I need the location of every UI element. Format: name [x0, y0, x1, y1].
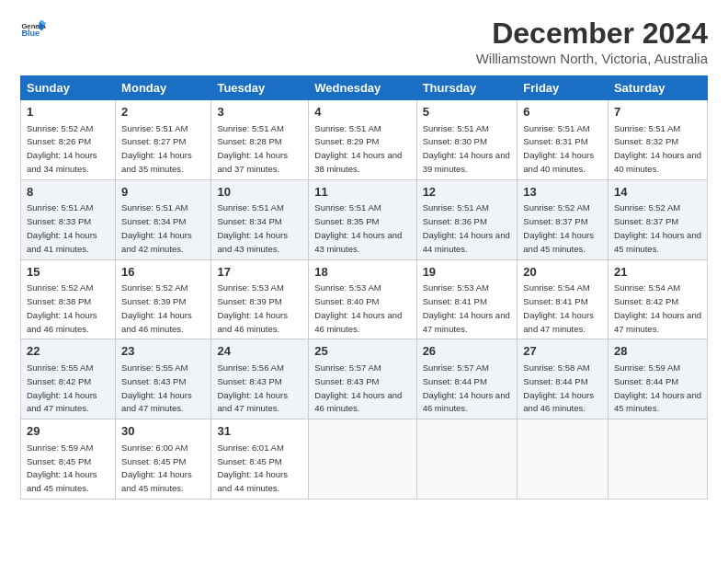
daylight-text: Daylight: 14 hours and 45 minutes.: [614, 390, 701, 414]
day-number: 6: [523, 104, 602, 121]
sunrise-text: Sunrise: 5:51 AM: [523, 123, 589, 133]
sunset-text: Sunset: 8:43 PM: [121, 376, 186, 386]
daylight-text: Daylight: 14 hours and 45 minutes.: [121, 469, 192, 493]
col-header-tuesday: Tuesday: [211, 76, 309, 100]
col-header-friday: Friday: [518, 76, 609, 100]
sunset-text: Sunset: 8:32 PM: [614, 136, 678, 146]
daylight-text: Daylight: 14 hours and 47 minutes.: [614, 310, 701, 334]
day-number: 1: [27, 104, 109, 121]
calendar-cell: [608, 419, 707, 500]
day-number: 8: [27, 184, 109, 201]
day-number: 3: [217, 104, 302, 121]
sunset-text: Sunset: 8:30 PM: [423, 136, 487, 146]
daylight-text: Daylight: 14 hours and 46 minutes.: [27, 310, 97, 334]
day-number: 12: [423, 184, 512, 201]
title-area: December 2024 Williamstown North, Victor…: [476, 17, 708, 66]
day-number: 24: [217, 343, 302, 360]
calendar-cell: 30Sunrise: 6:00 AMSunset: 8:45 PMDayligh…: [116, 419, 211, 500]
day-number: 11: [314, 184, 410, 201]
sunset-text: Sunset: 8:39 PM: [121, 296, 186, 306]
calendar-cell: 15Sunrise: 5:52 AMSunset: 8:38 PMDayligh…: [21, 259, 116, 339]
daylight-text: Daylight: 14 hours and 34 minutes.: [27, 150, 97, 174]
day-number: 10: [217, 184, 302, 201]
logo: General Blue: [20, 17, 46, 42]
day-number: 30: [121, 423, 205, 440]
day-number: 4: [314, 104, 410, 121]
daylight-text: Daylight: 14 hours and 41 minutes.: [27, 230, 97, 254]
sunrise-text: Sunrise: 5:51 AM: [217, 123, 283, 133]
sunset-text: Sunset: 8:45 PM: [27, 456, 91, 466]
sunrise-text: Sunrise: 5:52 AM: [27, 282, 93, 293]
calendar-cell: 12Sunrise: 5:51 AMSunset: 8:36 PMDayligh…: [416, 179, 518, 259]
calendar-cell: 31Sunrise: 6:01 AMSunset: 8:45 PMDayligh…: [211, 419, 309, 500]
calendar-cell: 17Sunrise: 5:53 AMSunset: 8:39 PMDayligh…: [211, 259, 309, 339]
sunset-text: Sunset: 8:31 PM: [523, 136, 587, 146]
col-header-sunday: Sunday: [21, 76, 116, 100]
sunset-text: Sunset: 8:37 PM: [614, 216, 678, 226]
day-number: 9: [121, 184, 205, 201]
day-number: 20: [523, 264, 602, 281]
calendar-cell: 13Sunrise: 5:52 AMSunset: 8:37 PMDayligh…: [518, 179, 609, 259]
sunset-text: Sunset: 8:33 PM: [27, 216, 91, 226]
calendar-cell: 8Sunrise: 5:51 AMSunset: 8:33 PMDaylight…: [21, 179, 116, 259]
daylight-text: Daylight: 14 hours and 38 minutes.: [314, 150, 402, 174]
sunset-text: Sunset: 8:42 PM: [27, 376, 91, 386]
calendar-cell: 22Sunrise: 5:55 AMSunset: 8:42 PMDayligh…: [21, 339, 116, 419]
sunrise-text: Sunrise: 5:51 AM: [423, 123, 489, 133]
calendar-cell: 24Sunrise: 5:56 AMSunset: 8:43 PMDayligh…: [211, 339, 309, 419]
day-number: 27: [523, 343, 602, 360]
col-header-saturday: Saturday: [608, 76, 707, 100]
daylight-text: Daylight: 14 hours and 45 minutes.: [614, 230, 701, 254]
sunset-text: Sunset: 8:45 PM: [217, 456, 281, 466]
sunrise-text: Sunrise: 5:55 AM: [121, 362, 188, 373]
day-number: 17: [217, 264, 302, 281]
daylight-text: Daylight: 14 hours and 47 minutes.: [423, 310, 510, 334]
day-number: 2: [121, 104, 205, 121]
sunrise-text: Sunrise: 5:56 AM: [217, 362, 283, 373]
day-number: 15: [27, 264, 109, 281]
daylight-text: Daylight: 14 hours and 40 minutes.: [614, 150, 701, 174]
sunset-text: Sunset: 8:44 PM: [523, 376, 587, 386]
daylight-text: Daylight: 14 hours and 46 minutes.: [314, 390, 402, 414]
calendar-cell: 7Sunrise: 5:51 AMSunset: 8:32 PMDaylight…: [608, 100, 707, 180]
calendar-cell: 19Sunrise: 5:53 AMSunset: 8:41 PMDayligh…: [416, 259, 518, 339]
calendar-cell: 4Sunrise: 5:51 AMSunset: 8:29 PMDaylight…: [309, 100, 416, 180]
calendar-cell: 16Sunrise: 5:52 AMSunset: 8:39 PMDayligh…: [116, 259, 211, 339]
sunrise-text: Sunrise: 5:59 AM: [614, 362, 680, 373]
calendar-cell: [416, 419, 518, 500]
col-header-monday: Monday: [116, 76, 211, 100]
sunset-text: Sunset: 8:44 PM: [614, 376, 678, 386]
sunrise-text: Sunrise: 5:53 AM: [314, 282, 381, 293]
sunrise-text: Sunrise: 5:52 AM: [523, 202, 589, 213]
sunrise-text: Sunrise: 5:52 AM: [121, 282, 188, 293]
day-number: 31: [217, 423, 302, 440]
daylight-text: Daylight: 14 hours and 42 minutes.: [121, 230, 192, 254]
sunset-text: Sunset: 8:41 PM: [523, 296, 587, 306]
daylight-text: Daylight: 14 hours and 46 minutes.: [523, 390, 594, 414]
day-number: 25: [314, 343, 410, 360]
day-number: 29: [27, 423, 109, 440]
sunset-text: Sunset: 8:41 PM: [423, 296, 487, 306]
sunrise-text: Sunrise: 5:52 AM: [27, 123, 93, 133]
calendar-cell: 29Sunrise: 5:59 AMSunset: 8:45 PMDayligh…: [21, 419, 116, 500]
header: General Blue December 2024 Williamstown …: [20, 17, 708, 66]
daylight-text: Daylight: 14 hours and 45 minutes.: [27, 469, 97, 493]
daylight-text: Daylight: 14 hours and 46 minutes.: [314, 310, 402, 334]
sunrise-text: Sunrise: 5:54 AM: [523, 282, 589, 293]
sunset-text: Sunset: 8:36 PM: [423, 216, 487, 226]
page-subtitle: Williamstown North, Victoria, Australia: [476, 51, 708, 66]
sunrise-text: Sunrise: 5:57 AM: [423, 362, 489, 373]
sunset-text: Sunset: 8:27 PM: [121, 136, 186, 146]
sunset-text: Sunset: 8:28 PM: [217, 136, 281, 146]
day-number: 13: [523, 184, 602, 201]
day-number: 5: [423, 104, 512, 121]
daylight-text: Daylight: 14 hours and 47 minutes.: [523, 310, 594, 334]
sunset-text: Sunset: 8:44 PM: [423, 376, 487, 386]
daylight-text: Daylight: 14 hours and 43 minutes.: [217, 230, 288, 254]
sunrise-text: Sunrise: 5:51 AM: [423, 202, 489, 213]
day-number: 26: [423, 343, 512, 360]
sunset-text: Sunset: 8:34 PM: [121, 216, 186, 226]
daylight-text: Daylight: 14 hours and 46 minutes.: [217, 310, 288, 334]
sunrise-text: Sunrise: 5:51 AM: [217, 202, 283, 213]
daylight-text: Daylight: 14 hours and 47 minutes.: [217, 390, 288, 414]
